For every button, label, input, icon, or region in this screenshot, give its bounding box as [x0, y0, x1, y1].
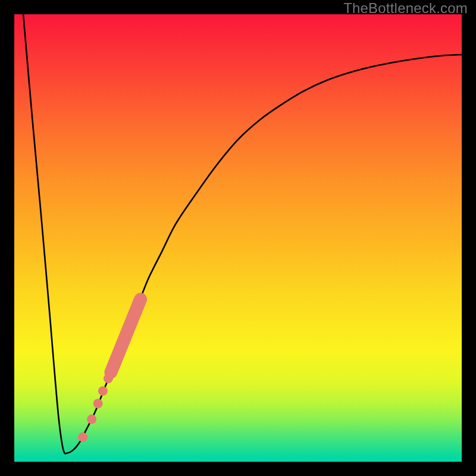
highlight-segment — [111, 299, 140, 372]
highlight-point — [93, 399, 103, 408]
chart-frame: TheBottleneck.com — [0, 0, 476, 476]
plot-area — [14, 14, 462, 462]
bottleneck-curve — [23, 14, 462, 453]
highlight-point — [104, 374, 113, 383]
curve-overlay-svg — [14, 14, 462, 462]
watermark-text: TheBottleneck.com — [343, 0, 468, 17]
highlight-point — [87, 415, 96, 424]
highlight-point — [78, 433, 87, 442]
highlight-point — [98, 386, 108, 396]
